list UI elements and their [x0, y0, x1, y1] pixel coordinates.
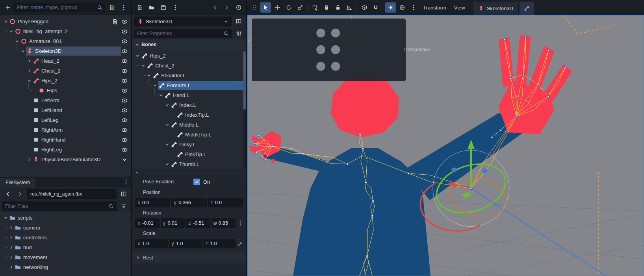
scene-node-hips-2[interactable]: Hips_2 — [0, 76, 131, 86]
bone-row-chest-2[interactable]: Chest_2 — [132, 61, 246, 71]
scene-node-physicalbonesimulator3d[interactable]: PhysicalBoneSimulator3D — [0, 155, 131, 164]
lock-node-button[interactable] — [321, 2, 332, 13]
scene-node-hips[interactable]: Hips — [0, 86, 131, 95]
preview-sunlight-button[interactable] — [385, 2, 396, 13]
resource-extra-menu-button[interactable] — [170, 2, 180, 13]
scene-node-leftleg[interactable]: LeftLeg — [0, 115, 131, 125]
expander[interactable] — [164, 140, 170, 149]
filesystem-menu-button[interactable] — [121, 177, 131, 187]
viewport-canvas[interactable]: Perspective — [247, 15, 644, 276]
visibility-toggle-icon[interactable] — [121, 147, 128, 153]
visibility-toggle-icon[interactable] — [121, 127, 128, 133]
rotation-y-field[interactable]: y0.01 — [161, 218, 185, 228]
visibility-toggle-icon[interactable] — [121, 97, 128, 104]
scale-tool-button[interactable] — [295, 2, 305, 13]
expander[interactable] — [164, 120, 170, 130]
bone-row-forearm-l[interactable]: Forearm.L — [132, 80, 246, 90]
scale-link-icon[interactable] — [238, 241, 243, 246]
fs-back-button[interactable] — [2, 189, 13, 199]
new-resource-button[interactable] — [134, 2, 145, 13]
save-resource-button[interactable] — [158, 2, 169, 13]
script-icon[interactable] — [112, 19, 118, 25]
visibility-toggle-icon[interactable] — [121, 137, 128, 143]
snap-toggle-button[interactable] — [370, 2, 381, 13]
rotate-tool-button[interactable] — [283, 2, 294, 13]
bone-row-pinktip-l[interactable]: PinkTip.L — [132, 149, 246, 159]
local-space-button[interactable] — [359, 2, 369, 13]
fs-item-camera[interactable]: camera — [0, 223, 131, 233]
expander[interactable] — [26, 155, 32, 164]
expander[interactable] — [26, 66, 32, 76]
fs-item-hud[interactable]: hud — [0, 242, 131, 252]
perspective-menu[interactable]: Perspective — [252, 19, 406, 81]
scene-dock-menu-button[interactable] — [118, 2, 129, 13]
load-resource-button[interactable] — [146, 2, 157, 13]
pose-enabled-checkbox[interactable] — [193, 179, 200, 185]
scale-x-field[interactable]: x1.0 — [135, 239, 168, 248]
toolbar-grip[interactable] — [249, 2, 260, 13]
select-tool-button[interactable] — [260, 2, 271, 13]
scene-node-rightarm[interactable]: RightArm — [0, 125, 131, 135]
scene-node-skeleton3d[interactable]: Skeleton3D — [0, 46, 131, 56]
bone-row-hand-l[interactable]: Hand.L — [132, 90, 246, 100]
fs-item-scripts[interactable]: scripts — [0, 213, 131, 223]
visibility-toggle-icon[interactable] — [121, 28, 128, 35]
open-docs-button[interactable] — [233, 16, 244, 26]
bone-row-indextip-l[interactable]: IndexTip.L — [132, 110, 246, 120]
property-filter-input[interactable] — [137, 31, 223, 36]
bone-row-middletip-l[interactable]: MiddleTip.L — [132, 130, 246, 140]
ruler-mode-button[interactable] — [344, 2, 354, 13]
list-select-tool-button[interactable] — [310, 2, 320, 13]
expander[interactable] — [8, 233, 14, 242]
unlock-node-button[interactable] — [332, 2, 343, 13]
tab-filesystem[interactable]: FileSystem — [0, 178, 35, 187]
scene-node-playerrigged[interactable]: PlayerRigged — [0, 17, 131, 26]
expander[interactable] — [8, 242, 14, 252]
fs-forward-button[interactable] — [15, 189, 25, 199]
scene-filter-input[interactable] — [17, 5, 97, 10]
bone-row-thumb-l[interactable]: Thumb.L — [132, 159, 246, 169]
expander[interactable] — [26, 56, 32, 66]
scene-node-righthand[interactable]: RightHand — [0, 135, 131, 145]
scene-node-rightleg[interactable]: RightLeg — [0, 145, 131, 155]
edit-bones-button[interactable] — [520, 2, 534, 15]
expander[interactable] — [158, 90, 164, 100]
fs-item-networking[interactable]: networking — [0, 262, 131, 272]
rotation-x-field[interactable]: x-0.01 — [135, 218, 160, 228]
preview-environment-button[interactable] — [397, 2, 407, 13]
attach-script-button[interactable] — [106, 2, 117, 13]
visibility-toggle-icon[interactable] — [121, 88, 128, 94]
move-tool-button[interactable] — [272, 2, 282, 13]
position-z-field[interactable]: z0.0 — [208, 198, 243, 207]
bone-row-index-l[interactable]: Index.L — [132, 100, 246, 110]
scene-node-head-2[interactable]: Head_2 — [0, 56, 131, 66]
transform-menu[interactable]: Transform — [419, 2, 450, 13]
visibility-toggle-icon[interactable] — [121, 68, 128, 74]
visibility-toggle-icon[interactable] — [121, 107, 128, 114]
bone-section-collapse[interactable] — [132, 169, 246, 176]
bone-row-pinky-l[interactable]: Pinky.L — [132, 140, 246, 149]
fs-path-input[interactable] — [30, 191, 113, 197]
expander[interactable] — [8, 262, 14, 272]
position-x-field[interactable]: x0.0 — [135, 198, 170, 207]
rotation-z-field[interactable]: z-0.51 — [186, 218, 210, 228]
history-back-button[interactable] — [210, 2, 220, 13]
edited-object-selector[interactable]: Skeleton3D — [134, 17, 232, 26]
fs-item-controllers[interactable]: controllers — [0, 233, 131, 242]
scene-node-lefthand[interactable]: LeftHand — [0, 105, 131, 115]
visibility-toggle-icon[interactable] — [121, 48, 128, 54]
expander[interactable] — [8, 252, 14, 262]
fs-split-mode-button[interactable] — [118, 189, 129, 199]
expander[interactable] — [164, 159, 170, 169]
history-list-button[interactable] — [233, 2, 244, 13]
visibility-toggle-icon[interactable] — [121, 58, 128, 64]
bone-row-middle-l[interactable]: Middle.L — [132, 120, 246, 130]
scene-node-leftarm[interactable]: LeftArm — [0, 95, 131, 105]
scale-z-field[interactable]: z1.0 — [203, 239, 236, 248]
bones-scrollbar-thumb[interactable] — [243, 51, 246, 110]
scene-node-chest-2[interactable]: Chest_2 — [0, 66, 131, 76]
visibility-toggle-icon[interactable] — [121, 38, 128, 45]
visibility-toggle-icon[interactable] — [121, 19, 128, 25]
history-forward-button[interactable] — [221, 2, 232, 13]
scale-y-field[interactable]: y1.0 — [169, 239, 202, 248]
